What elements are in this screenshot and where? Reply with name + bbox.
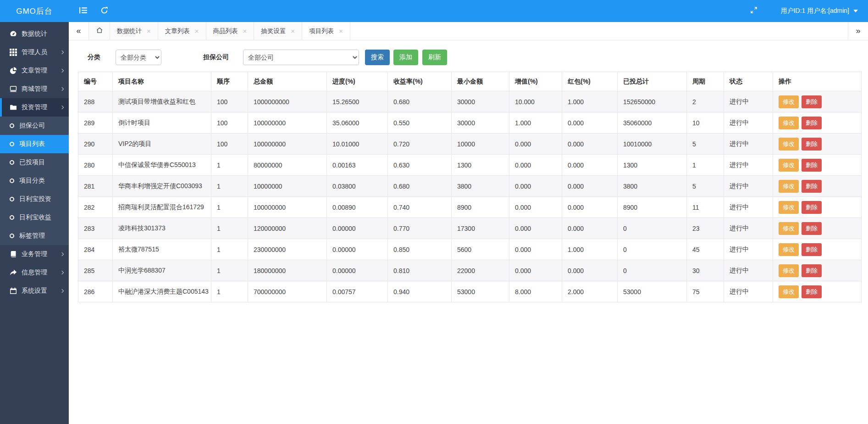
circle-bullet-icon (10, 197, 14, 201)
tab-close-icon[interactable]: × (243, 28, 247, 34)
tab-项目列表[interactable]: 项目列表× (302, 22, 350, 40)
user-menu[interactable]: 用户ID:1 用户名:[admin] (781, 7, 858, 15)
tab-商品列表[interactable]: 商品列表× (206, 22, 254, 40)
delete-button[interactable]: 删除 (802, 222, 822, 235)
sidebar-subitem-日利宝投资[interactable]: 日利宝投资 (0, 190, 69, 208)
circle-bullet-icon (10, 234, 14, 238)
edit-button[interactable]: 修改 (779, 243, 799, 256)
sidebar-subitem-标签管理[interactable]: 标签管理 (0, 227, 69, 245)
cell-增值(%): 0.000 (509, 260, 562, 281)
cell-已投总计: 8900 (618, 197, 687, 218)
cell-编号: 285 (78, 260, 113, 281)
sidebar-subitem-日利宝收益[interactable]: 日利宝收益 (0, 208, 69, 227)
category-select[interactable]: 全部分类 (116, 50, 161, 65)
tab-抽奖设置[interactable]: 抽奖设置× (254, 22, 302, 40)
sidebar-item-系统设置[interactable]: 系统设置 (0, 282, 69, 300)
cell-红包(%): 1.000 (562, 91, 618, 112)
home-tab[interactable] (89, 22, 110, 40)
sidebar-item-管理人员[interactable]: 管理人员 (0, 43, 69, 61)
dashboard-icon (9, 30, 17, 38)
cell-周期: 75 (687, 281, 724, 302)
sidebar-item-数据统计[interactable]: 数据统计 (0, 25, 69, 43)
table-row: 288测试项目带增值收益和红包100100000000015.265000.68… (78, 91, 862, 112)
cell-actions: 修改删除 (773, 155, 862, 176)
sidebar-toggle-button[interactable] (72, 0, 94, 22)
cell-actions: 修改删除 (773, 281, 862, 302)
company-select[interactable]: 全部公司 (243, 50, 359, 65)
sidebar-subitem-label: 标签管理 (19, 232, 45, 240)
cell-总金额: 10000000 (248, 176, 327, 197)
cell-最小金额: 1300 (452, 155, 509, 176)
add-button[interactable]: 添加 (393, 50, 418, 65)
table-row: 285中润光学68830711800000000.000000.81022000… (78, 260, 862, 281)
grid-icon (9, 49, 17, 56)
cell-actions: 修改删除 (773, 91, 862, 112)
sidebar-subitem-项目列表[interactable]: 项目列表 (0, 135, 69, 153)
tab-close-icon[interactable]: × (291, 28, 295, 34)
delete-button[interactable]: 删除 (802, 95, 822, 108)
column-header-状态: 状态 (724, 72, 773, 91)
delete-button[interactable]: 删除 (802, 117, 822, 129)
cell-进度(%): 0.00890 (327, 197, 388, 218)
edit-button[interactable]: 修改 (779, 95, 799, 108)
sidebar-item-业务管理[interactable]: 业务管理 (0, 245, 69, 263)
cell-项目名称: 测试项目带增值收益和红包 (113, 91, 211, 112)
cell-进度(%): 0.00000 (327, 260, 388, 281)
edit-button[interactable]: 修改 (779, 264, 799, 277)
delete-button[interactable]: 删除 (802, 264, 822, 277)
sidebar-subitem-担保公司[interactable]: 担保公司 (0, 117, 69, 135)
refresh-button[interactable]: 刷新 (422, 50, 447, 65)
delete-button[interactable]: 删除 (802, 159, 822, 172)
tab-文章列表[interactable]: 文章列表× (158, 22, 206, 40)
cell-编号: 286 (78, 281, 113, 302)
app-logo: GMO后台 (0, 0, 69, 22)
tab-close-icon[interactable]: × (195, 28, 199, 34)
edit-button[interactable]: 修改 (779, 117, 799, 129)
edit-button[interactable]: 修改 (779, 222, 799, 235)
circle-bullet-icon (10, 215, 14, 220)
delete-button[interactable]: 删除 (802, 243, 822, 256)
sidebar-subitem-已投项目[interactable]: 已投项目 (0, 153, 69, 172)
sidebar-item-文章管理[interactable]: 文章管理 (0, 61, 69, 80)
sidebar-item-商城管理[interactable]: 商城管理 (0, 80, 69, 98)
edit-button[interactable]: 修改 (779, 159, 799, 172)
tab-close-icon[interactable]: × (147, 28, 151, 34)
sidebar-subitem-label: 项目列表 (19, 140, 45, 148)
tab-close-icon[interactable]: × (339, 28, 343, 34)
fullscreen-button[interactable] (743, 0, 764, 22)
sidebar-item-label: 管理人员 (22, 48, 47, 56)
cell-增值(%): 0.000 (509, 176, 562, 197)
tabs-scroll-right-button[interactable]: » (848, 22, 868, 40)
sidebar-item-投资管理[interactable]: 投资管理 (0, 98, 69, 117)
delete-button[interactable]: 删除 (802, 138, 822, 151)
column-header-总金额: 总金额 (248, 72, 327, 91)
sidebar-item-label: 文章管理 (22, 67, 47, 75)
cell-编号: 280 (78, 155, 113, 176)
cell-最小金额: 5600 (452, 239, 509, 260)
edit-button[interactable]: 修改 (779, 201, 799, 214)
delete-button[interactable]: 删除 (802, 285, 822, 298)
cell-编号: 290 (78, 134, 113, 155)
tab-数据统计[interactable]: 数据统计× (110, 22, 158, 40)
cell-周期: 45 (687, 239, 724, 260)
edit-button[interactable]: 修改 (779, 180, 799, 193)
chevron-right-icon (60, 252, 64, 256)
cell-总金额: 100000000 (248, 134, 327, 155)
edit-button[interactable]: 修改 (779, 285, 799, 298)
edit-button[interactable]: 修改 (779, 138, 799, 151)
cell-进度(%): 0.03800 (327, 176, 388, 197)
delete-button[interactable]: 删除 (802, 201, 822, 214)
cell-最小金额: 17300 (452, 218, 509, 239)
book-icon (9, 251, 17, 258)
tabs-scroll-left-button[interactable]: « (69, 22, 89, 40)
refresh-page-button[interactable] (94, 0, 115, 22)
search-button[interactable]: 搜索 (365, 50, 390, 65)
sidebar-item-信息管理[interactable]: 信息管理 (0, 263, 69, 282)
pie-chart-icon (9, 67, 17, 75)
cell-项目名称: 中融沪港深大消费主题C005143 (113, 281, 211, 302)
delete-button[interactable]: 删除 (802, 180, 822, 193)
cell-总金额: 120000000 (248, 218, 327, 239)
cell-收益率(%): 0.810 (388, 260, 452, 281)
cell-总金额: 1000000000 (248, 91, 327, 112)
sidebar-subitem-项目分类[interactable]: 项目分类 (0, 172, 69, 190)
